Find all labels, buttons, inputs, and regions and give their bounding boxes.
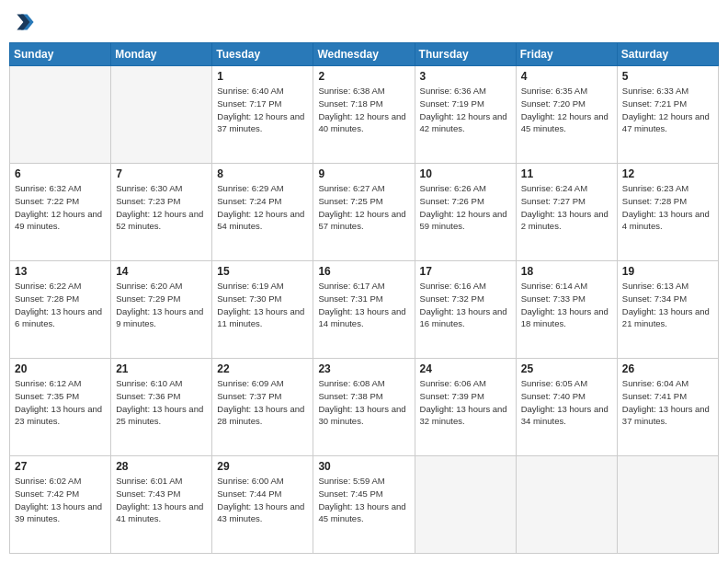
day-info: Sunrise: 6:35 AM Sunset: 7:20 PM Dayligh… [521, 85, 612, 135]
day-number: 8 [217, 167, 308, 180]
weekday-header: Wednesday [313, 43, 415, 66]
header-row: SundayMondayTuesdayWednesdayThursdayFrid… [10, 43, 719, 66]
day-info: Sunrise: 6:32 AM Sunset: 7:22 PM Dayligh… [15, 182, 106, 233]
day-number: 9 [318, 167, 409, 180]
calendar-cell: 28Sunrise: 6:01 AM Sunset: 7:43 PM Dayli… [111, 456, 212, 554]
day-number: 18 [521, 265, 612, 278]
weekday-header: Saturday [617, 43, 718, 66]
day-info: Sunrise: 6:38 AM Sunset: 7:18 PM Dayligh… [318, 85, 409, 135]
day-info: Sunrise: 6:33 AM Sunset: 7:21 PM Dayligh… [622, 85, 713, 135]
calendar-cell: 6Sunrise: 6:32 AM Sunset: 7:22 PM Daylig… [10, 164, 111, 261]
day-info: Sunrise: 6:26 AM Sunset: 7:26 PM Dayligh… [420, 182, 511, 233]
day-number: 19 [622, 265, 713, 278]
calendar-cell: 2Sunrise: 6:38 AM Sunset: 7:18 PM Daylig… [313, 66, 415, 164]
weekday-header: Sunday [10, 43, 111, 66]
page: SundayMondayTuesdayWednesdayThursdayFrid… [0, 0, 728, 563]
calendar-cell: 3Sunrise: 6:36 AM Sunset: 7:19 PM Daylig… [415, 66, 516, 164]
day-number: 10 [420, 167, 511, 180]
day-info: Sunrise: 6:17 AM Sunset: 7:31 PM Dayligh… [318, 280, 409, 330]
day-info: Sunrise: 6:23 AM Sunset: 7:28 PM Dayligh… [622, 182, 713, 233]
day-number: 7 [116, 167, 207, 180]
calendar-cell: 12Sunrise: 6:23 AM Sunset: 7:28 PM Dayli… [617, 164, 718, 261]
week-row: 6Sunrise: 6:32 AM Sunset: 7:22 PM Daylig… [10, 164, 719, 261]
day-number: 14 [116, 265, 207, 278]
calendar-cell: 5Sunrise: 6:33 AM Sunset: 7:21 PM Daylig… [617, 66, 718, 164]
calendar-cell [415, 456, 516, 554]
calendar-cell: 18Sunrise: 6:14 AM Sunset: 7:33 PM Dayli… [516, 261, 617, 359]
calendar-cell: 26Sunrise: 6:04 AM Sunset: 7:41 PM Dayli… [617, 359, 718, 456]
calendar-cell: 27Sunrise: 6:02 AM Sunset: 7:42 PM Dayli… [10, 456, 111, 554]
calendar-cell [516, 456, 617, 554]
calendar-cell: 7Sunrise: 6:30 AM Sunset: 7:23 PM Daylig… [111, 164, 212, 261]
day-info: Sunrise: 6:24 AM Sunset: 7:27 PM Dayligh… [521, 182, 612, 233]
day-info: Sunrise: 6:10 AM Sunset: 7:36 PM Dayligh… [116, 377, 207, 428]
calendar-cell: 23Sunrise: 6:08 AM Sunset: 7:38 PM Dayli… [313, 359, 415, 456]
calendar-cell: 15Sunrise: 6:19 AM Sunset: 7:30 PM Dayli… [212, 261, 313, 359]
day-number: 1 [217, 70, 308, 83]
day-info: Sunrise: 6:40 AM Sunset: 7:17 PM Dayligh… [217, 85, 308, 135]
calendar-cell: 17Sunrise: 6:16 AM Sunset: 7:32 PM Dayli… [415, 261, 516, 359]
day-info: Sunrise: 6:02 AM Sunset: 7:42 PM Dayligh… [15, 475, 106, 525]
day-number: 29 [217, 460, 308, 473]
day-info: Sunrise: 6:00 AM Sunset: 7:44 PM Dayligh… [217, 475, 308, 525]
calendar-cell: 20Sunrise: 6:12 AM Sunset: 7:35 PM Dayli… [10, 359, 111, 456]
weekday-header: Tuesday [212, 43, 313, 66]
calendar-cell: 22Sunrise: 6:09 AM Sunset: 7:37 PM Dayli… [212, 359, 313, 456]
weekday-header: Thursday [415, 43, 516, 66]
calendar-cell: 25Sunrise: 6:05 AM Sunset: 7:40 PM Dayli… [516, 359, 617, 456]
day-number: 12 [622, 167, 713, 180]
day-info: Sunrise: 5:59 AM Sunset: 7:45 PM Dayligh… [318, 475, 409, 525]
day-number: 17 [420, 265, 511, 278]
day-info: Sunrise: 6:08 AM Sunset: 7:38 PM Dayligh… [318, 377, 409, 428]
day-info: Sunrise: 6:05 AM Sunset: 7:40 PM Dayligh… [521, 377, 612, 428]
calendar-cell: 13Sunrise: 6:22 AM Sunset: 7:28 PM Dayli… [10, 261, 111, 359]
day-number: 4 [521, 70, 612, 83]
day-info: Sunrise: 6:01 AM Sunset: 7:43 PM Dayligh… [116, 475, 207, 525]
day-info: Sunrise: 6:20 AM Sunset: 7:29 PM Dayligh… [116, 280, 207, 330]
day-info: Sunrise: 6:22 AM Sunset: 7:28 PM Dayligh… [15, 280, 106, 330]
day-info: Sunrise: 6:06 AM Sunset: 7:39 PM Dayligh… [420, 377, 511, 428]
header [9, 9, 719, 35]
calendar-cell: 14Sunrise: 6:20 AM Sunset: 7:29 PM Dayli… [111, 261, 212, 359]
week-row: 20Sunrise: 6:12 AM Sunset: 7:35 PM Dayli… [10, 359, 719, 456]
day-info: Sunrise: 6:13 AM Sunset: 7:34 PM Dayligh… [622, 280, 713, 330]
day-number: 20 [15, 362, 106, 375]
day-number: 28 [116, 460, 207, 473]
calendar-cell: 9Sunrise: 6:27 AM Sunset: 7:25 PM Daylig… [313, 164, 415, 261]
logo [9, 9, 39, 35]
day-number: 13 [15, 265, 106, 278]
calendar-cell [617, 456, 718, 554]
day-info: Sunrise: 6:04 AM Sunset: 7:41 PM Dayligh… [622, 377, 713, 428]
day-info: Sunrise: 6:09 AM Sunset: 7:37 PM Dayligh… [217, 377, 308, 428]
day-info: Sunrise: 6:29 AM Sunset: 7:24 PM Dayligh… [217, 182, 308, 233]
day-info: Sunrise: 6:27 AM Sunset: 7:25 PM Dayligh… [318, 182, 409, 233]
day-number: 24 [420, 362, 511, 375]
calendar-cell: 16Sunrise: 6:17 AM Sunset: 7:31 PM Dayli… [313, 261, 415, 359]
day-info: Sunrise: 6:36 AM Sunset: 7:19 PM Dayligh… [420, 85, 511, 135]
day-number: 15 [217, 265, 308, 278]
day-number: 2 [318, 70, 409, 83]
day-number: 3 [420, 70, 511, 83]
calendar-cell: 4Sunrise: 6:35 AM Sunset: 7:20 PM Daylig… [516, 66, 617, 164]
calendar-cell: 10Sunrise: 6:26 AM Sunset: 7:26 PM Dayli… [415, 164, 516, 261]
weekday-header: Monday [111, 43, 212, 66]
day-info: Sunrise: 6:14 AM Sunset: 7:33 PM Dayligh… [521, 280, 612, 330]
day-info: Sunrise: 6:16 AM Sunset: 7:32 PM Dayligh… [420, 280, 511, 330]
week-row: 13Sunrise: 6:22 AM Sunset: 7:28 PM Dayli… [10, 261, 719, 359]
calendar-cell: 21Sunrise: 6:10 AM Sunset: 7:36 PM Dayli… [111, 359, 212, 456]
calendar-cell: 1Sunrise: 6:40 AM Sunset: 7:17 PM Daylig… [212, 66, 313, 164]
day-number: 30 [318, 460, 409, 473]
week-row: 1Sunrise: 6:40 AM Sunset: 7:17 PM Daylig… [10, 66, 719, 164]
calendar-cell: 8Sunrise: 6:29 AM Sunset: 7:24 PM Daylig… [212, 164, 313, 261]
day-number: 27 [15, 460, 106, 473]
day-number: 22 [217, 362, 308, 375]
calendar: SundayMondayTuesdayWednesdayThursdayFrid… [9, 42, 719, 554]
day-number: 26 [622, 362, 713, 375]
day-number: 25 [521, 362, 612, 375]
day-number: 6 [15, 167, 106, 180]
day-number: 16 [318, 265, 409, 278]
day-number: 11 [521, 167, 612, 180]
logo-icon [9, 9, 35, 35]
day-info: Sunrise: 6:19 AM Sunset: 7:30 PM Dayligh… [217, 280, 308, 330]
week-row: 27Sunrise: 6:02 AM Sunset: 7:42 PM Dayli… [10, 456, 719, 554]
